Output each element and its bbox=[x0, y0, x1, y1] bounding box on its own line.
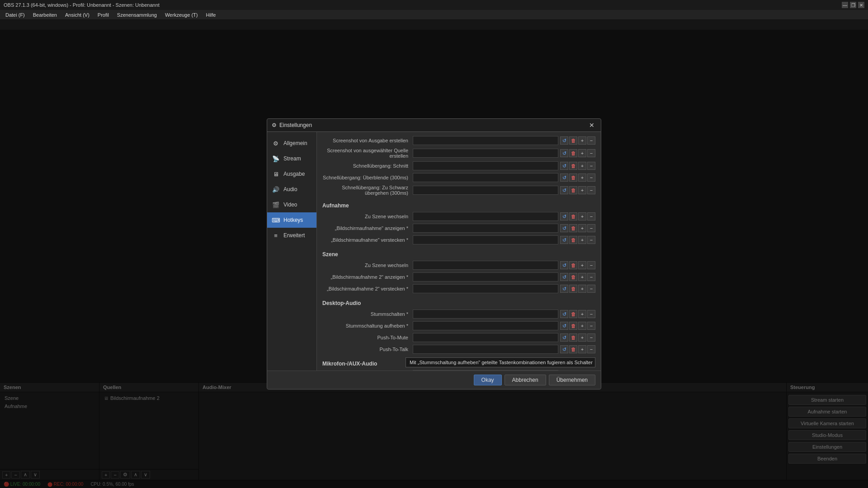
hotkey-reset-btn-4[interactable]: ↺ bbox=[560, 174, 568, 182]
menu-bearbeiten[interactable]: Bearbeiten bbox=[29, 11, 61, 19]
hotkey-add-d4[interactable]: + bbox=[578, 345, 586, 353]
hotkey-reset-d2[interactable]: ↺ bbox=[560, 322, 568, 330]
hotkey-reset-d3[interactable]: ↺ bbox=[560, 333, 568, 342]
hotkey-delete-d1[interactable]: 🗑 bbox=[569, 310, 577, 318]
menu-werkzeuge[interactable]: Werkzeuge (T) bbox=[161, 11, 202, 19]
hotkey-reset-s3[interactable]: ↺ bbox=[560, 285, 568, 293]
hotkey-input-schnitt[interactable] bbox=[413, 161, 558, 170]
hotkey-input-da-stumm[interactable] bbox=[413, 310, 558, 319]
section-szene: Szene bbox=[317, 248, 601, 259]
hotkey-delete-d2[interactable]: 🗑 bbox=[569, 322, 577, 330]
hotkey-reset-btn[interactable]: ↺ bbox=[560, 136, 568, 145]
hotkey-delete-s1[interactable]: 🗑 bbox=[569, 261, 577, 269]
hotkey-input-szene-wechseln[interactable] bbox=[413, 261, 558, 270]
hotkey-delete-btn-5[interactable]: 🗑 bbox=[569, 186, 577, 194]
hotkey-add-btn-2[interactable]: + bbox=[578, 149, 586, 157]
hotkey-add-d1[interactable]: + bbox=[578, 310, 586, 318]
abbrechen-button[interactable]: Abbrechen bbox=[505, 375, 546, 385]
menu-szenensammlung[interactable]: Szenensammlung bbox=[113, 11, 160, 19]
hotkey-remove-a1[interactable]: − bbox=[587, 212, 595, 221]
hotkey-delete-btn-4[interactable]: 🗑 bbox=[569, 174, 577, 182]
hotkey-add-btn[interactable]: + bbox=[578, 136, 586, 145]
minimize-button[interactable]: — bbox=[842, 2, 848, 8]
hotkey-input-da-stumm-aufheben[interactable] bbox=[413, 321, 558, 330]
nav-ausgabe[interactable]: 🖥 Ausgabe bbox=[267, 166, 316, 182]
ausgabe-icon: 🖥 bbox=[272, 170, 280, 178]
hotkey-add-d3[interactable]: + bbox=[578, 333, 586, 342]
hotkey-reset-s1[interactable]: ↺ bbox=[560, 261, 568, 269]
hotkey-delete-btn-3[interactable]: 🗑 bbox=[569, 162, 577, 170]
hotkey-reset-a2[interactable]: ↺ bbox=[560, 224, 568, 232]
close-button[interactable]: ✕ bbox=[858, 2, 864, 8]
hotkey-remove-btn[interactable]: − bbox=[587, 136, 595, 145]
nav-allgemein[interactable]: ⚙ Allgemein bbox=[267, 136, 316, 151]
nav-hotkeys[interactable]: ⌨ Hotkeys bbox=[267, 212, 316, 228]
hotkey-remove-btn-4[interactable]: − bbox=[587, 174, 595, 182]
hotkey-input-ueberblende[interactable] bbox=[413, 173, 558, 182]
hotkey-input-da-pushtomute[interactable] bbox=[413, 333, 558, 342]
hotkey-actions-a2: ↺ 🗑 + − bbox=[560, 224, 595, 232]
hotkey-remove-d4[interactable]: − bbox=[587, 345, 595, 353]
hotkey-input-aufnahme-anzeigen[interactable] bbox=[413, 224, 558, 233]
nav-audio[interactable]: 🔊 Audio bbox=[267, 182, 316, 197]
hotkey-input-schwarz[interactable] bbox=[413, 186, 558, 195]
hotkey-reset-a3[interactable]: ↺ bbox=[560, 236, 568, 244]
nav-stream[interactable]: 📡 Stream bbox=[267, 151, 316, 166]
hotkey-add-btn-3[interactable]: + bbox=[578, 162, 586, 170]
hotkey-delete-a1[interactable]: 🗑 bbox=[569, 212, 577, 221]
hotkey-reset-btn-5[interactable]: ↺ bbox=[560, 186, 568, 194]
hotkey-add-s2[interactable]: + bbox=[578, 273, 586, 281]
hotkey-reset-btn-2[interactable]: ↺ bbox=[560, 149, 568, 157]
modal-close-button[interactable]: ✕ bbox=[587, 122, 596, 129]
hotkey-input-szene-anzeigen[interactable] bbox=[413, 272, 558, 282]
restore-button[interactable]: ❐ bbox=[850, 2, 856, 8]
hotkey-add-btn-4[interactable]: + bbox=[578, 174, 586, 182]
hotkey-remove-a3[interactable]: − bbox=[587, 236, 595, 244]
hotkey-reset-btn-3[interactable]: ↺ bbox=[560, 162, 568, 170]
hotkey-input-screenshot-quelle[interactable] bbox=[413, 149, 558, 158]
nav-erweitert[interactable]: ≡ Erweitert bbox=[267, 228, 316, 243]
hotkey-remove-d3[interactable]: − bbox=[587, 333, 595, 342]
hotkey-delete-d3[interactable]: 🗑 bbox=[569, 333, 577, 342]
hotkey-remove-s1[interactable]: − bbox=[587, 261, 595, 269]
hotkey-remove-a2[interactable]: − bbox=[587, 224, 595, 232]
hotkey-remove-btn-3[interactable]: − bbox=[587, 162, 595, 170]
hotkey-delete-a2[interactable]: 🗑 bbox=[569, 224, 577, 232]
hotkey-delete-s2[interactable]: 🗑 bbox=[569, 273, 577, 281]
hotkey-input-aufnahme-verstecken[interactable] bbox=[413, 235, 558, 244]
hotkey-delete-btn-2[interactable]: 🗑 bbox=[569, 149, 577, 157]
hotkey-input-aufnahme-wechseln[interactable] bbox=[413, 212, 558, 221]
menu-datei[interactable]: Datei (F) bbox=[2, 11, 28, 19]
hotkey-remove-d1[interactable]: − bbox=[587, 310, 595, 318]
menu-hilfe[interactable]: Hilfe bbox=[202, 11, 219, 19]
hotkey-delete-d4[interactable]: 🗑 bbox=[569, 345, 577, 353]
hotkey-add-s1[interactable]: + bbox=[578, 261, 586, 269]
hotkey-input-da-pushtotalk[interactable] bbox=[413, 345, 558, 354]
hotkey-label-da-pushtomute: Push-To-Mute bbox=[322, 335, 413, 340]
menu-profil[interactable]: Profil bbox=[94, 11, 113, 19]
hotkey-add-a2[interactable]: + bbox=[578, 224, 586, 232]
menu-ansicht[interactable]: Ansicht (V) bbox=[61, 11, 93, 19]
hotkey-input-szene-verstecken[interactable] bbox=[413, 284, 558, 293]
hotkey-remove-s2[interactable]: − bbox=[587, 273, 595, 281]
hotkey-add-s3[interactable]: + bbox=[578, 285, 586, 293]
nav-video[interactable]: 🎬 Video bbox=[267, 197, 316, 212]
hotkey-reset-d1[interactable]: ↺ bbox=[560, 310, 568, 318]
hotkey-reset-s2[interactable]: ↺ bbox=[560, 273, 568, 281]
hotkey-remove-btn-2[interactable]: − bbox=[587, 149, 595, 157]
hotkey-reset-a1[interactable]: ↺ bbox=[560, 212, 568, 221]
hotkey-delete-a3[interactable]: 🗑 bbox=[569, 236, 577, 244]
hotkey-add-a1[interactable]: + bbox=[578, 212, 586, 221]
okay-button[interactable]: Okay bbox=[474, 375, 502, 385]
hotkey-add-a3[interactable]: + bbox=[578, 236, 586, 244]
hotkey-add-btn-5[interactable]: + bbox=[578, 186, 586, 194]
hotkey-input-screenshot-ausgabe[interactable] bbox=[413, 136, 558, 145]
hotkey-add-d2[interactable]: + bbox=[578, 322, 586, 330]
hotkey-delete-s3[interactable]: 🗑 bbox=[569, 285, 577, 293]
hotkey-delete-btn[interactable]: 🗑 bbox=[569, 136, 577, 145]
hotkey-remove-d2[interactable]: − bbox=[587, 322, 595, 330]
uebernehmen-button[interactable]: Übernehmen bbox=[549, 375, 595, 385]
hotkey-reset-d4[interactable]: ↺ bbox=[560, 345, 568, 353]
hotkey-remove-btn-5[interactable]: − bbox=[587, 186, 595, 194]
hotkey-remove-s3[interactable]: − bbox=[587, 285, 595, 293]
